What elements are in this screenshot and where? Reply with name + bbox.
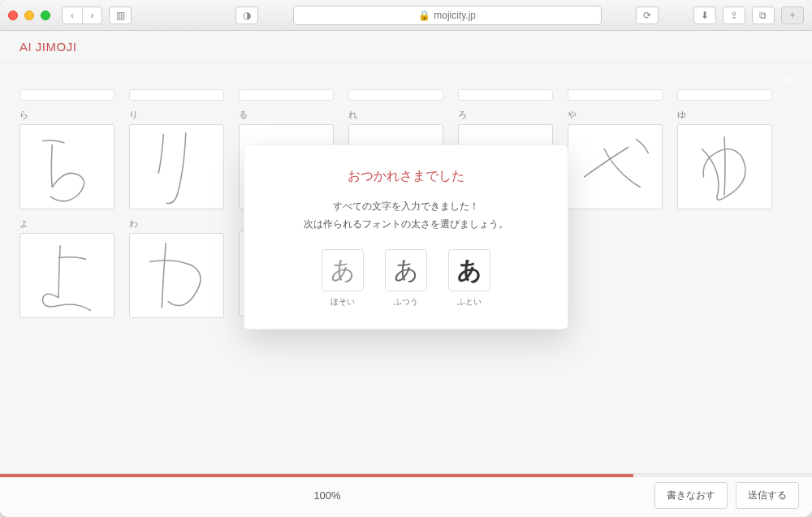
share-button[interactable]: ⇪ (723, 6, 745, 24)
char-label: ゆ (677, 109, 772, 121)
app-title: AI JIMOJI (19, 40, 76, 54)
char-canvas[interactable] (19, 124, 114, 209)
char-cell[interactable]: ら (19, 109, 114, 209)
window-controls (8, 11, 50, 20)
grid-row-prev: . . . . . . . (19, 76, 793, 101)
submit-button[interactable]: 送信する (736, 482, 799, 509)
char-canvas[interactable] (19, 233, 114, 318)
app: AI JIMOJI × . . . . . . . ら (0, 31, 812, 517)
weight-option-thin[interactable]: あ ほそい (322, 249, 364, 308)
weight-label: ほそい (330, 296, 355, 308)
char-cell[interactable]: ゆ (677, 109, 772, 209)
char-canvas[interactable] (129, 233, 224, 318)
sample-char: あ (330, 254, 356, 287)
char-cell[interactable]: よ (19, 218, 114, 318)
lock-icon: 🔒 (418, 10, 430, 21)
sample-char: あ (394, 254, 419, 287)
weight-option-normal[interactable]: あ ふつう (385, 249, 427, 308)
new-tab-button[interactable]: ＋ (781, 6, 804, 24)
modal-line2: 次は作られるフォントの太さを選びましょう。 (269, 216, 543, 234)
rewrite-button[interactable]: 書きなおす (654, 482, 728, 509)
app-header: AI JIMOJI (0, 31, 812, 63)
char-cell[interactable]: や (568, 109, 663, 209)
char-label: ろ (458, 109, 553, 121)
privacy-report-button[interactable]: ◑ (235, 6, 258, 24)
char-label: や (568, 109, 663, 121)
back-button[interactable]: ‹ (63, 7, 82, 24)
char-canvas[interactable] (677, 124, 772, 209)
titlebar: ‹ › ▥ ◑ 🔒 mojicity.jp ⟳ ⬇ ⇪ ⧉ ＋ (0, 0, 812, 31)
modal-title: おつかれさまでした (269, 168, 543, 185)
weight-options: あ ほそい あ ふつう あ ふとい (269, 249, 543, 308)
bottom-bar: 100% 書きなおす 送信する (0, 473, 812, 517)
progress-fill (0, 474, 633, 477)
downloads-button[interactable]: ⬇ (693, 6, 716, 24)
forward-button[interactable]: › (82, 7, 102, 24)
char-label: り (129, 109, 224, 121)
char-label: よ (19, 218, 114, 230)
char-cell[interactable]: り (129, 109, 224, 209)
char-canvas[interactable] (129, 124, 224, 209)
weight-option-bold[interactable]: あ ふとい (448, 249, 490, 308)
char-label: る (239, 109, 334, 121)
reload-button[interactable]: ⟳ (636, 6, 659, 24)
char-label: れ (348, 109, 443, 121)
address-bar[interactable]: 🔒 mojicity.jp (293, 6, 602, 25)
minimize-window-button[interactable] (24, 11, 34, 20)
weight-label: ふつう (394, 296, 418, 308)
progress-label: 100% (0, 489, 654, 502)
browser-window: ‹ › ▥ ◑ 🔒 mojicity.jp ⟳ ⬇ ⇪ ⧉ ＋ AI JIMOJ… (0, 0, 812, 517)
address-text: mojicity.jp (434, 10, 476, 21)
close-window-button[interactable] (8, 11, 18, 20)
completion-modal: おつかれさまでした すべての文字を入力できました！ 次は作られるフォントの太さを… (244, 144, 568, 330)
progress-track (0, 474, 812, 477)
weight-label: ふとい (457, 296, 482, 308)
char-label: ら (19, 109, 114, 121)
nav-back-forward[interactable]: ‹ › (62, 6, 102, 24)
sample-char: あ (457, 254, 482, 287)
char-cell[interactable]: わ (129, 218, 224, 318)
zoom-window-button[interactable] (41, 11, 50, 20)
modal-line1: すべての文字を入力できました！ (269, 198, 543, 216)
char-canvas[interactable] (568, 124, 663, 209)
sidebar-button[interactable]: ▥ (109, 6, 132, 24)
char-label: わ (129, 218, 224, 230)
tabs-button[interactable]: ⧉ (752, 6, 775, 24)
